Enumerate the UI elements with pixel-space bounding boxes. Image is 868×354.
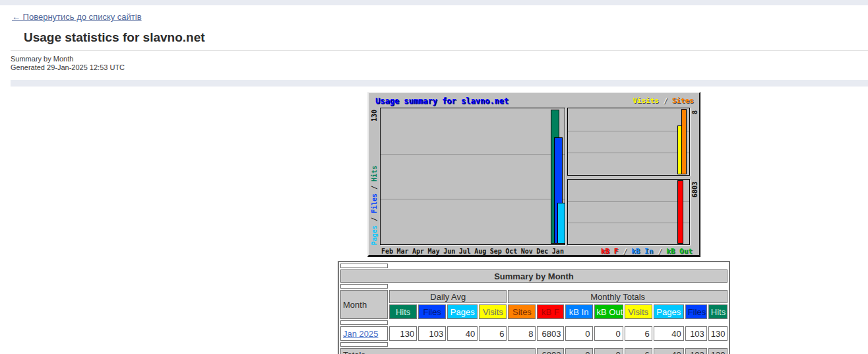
month-detail-link[interactable]: Jan 2025 xyxy=(343,329,379,339)
label-separator: / xyxy=(371,213,378,225)
legend-item-sites: Sites xyxy=(672,96,694,105)
month-label: Dec xyxy=(536,248,548,255)
column-header-kb-f: kB F xyxy=(537,304,563,319)
totals-cell: 130 xyxy=(708,348,728,354)
report-content: Usage summary for slavno.net Visits / Si… xyxy=(200,87,868,354)
table-row-jan-2025: Jan 20251301034068680300640103130 xyxy=(340,326,728,341)
table-spacer-row xyxy=(340,320,728,325)
data-cell: 0 xyxy=(565,326,593,341)
gridline xyxy=(568,201,689,202)
chart-panel-hits-files-pages xyxy=(380,108,565,245)
column-header-visits: Visits xyxy=(625,304,652,319)
back-link-row: ← Повернутись до списку сайтів xyxy=(12,12,868,22)
totals-cell: 0 xyxy=(594,348,623,354)
top-page-band xyxy=(0,0,868,5)
totals-cell: 0 xyxy=(565,348,593,354)
gridline xyxy=(568,223,689,223)
totals-cell: 6803 xyxy=(537,348,563,354)
table-spacer-row xyxy=(340,342,728,347)
y-axis-label-files: Files xyxy=(371,194,378,213)
table-column-header-row: HitsFilesPagesVisitsSiteskB FkB InkB Out… xyxy=(340,304,728,319)
chart-legend-visits-sites: Visits / Sites xyxy=(633,96,694,105)
totals-cell: 6 xyxy=(625,348,652,354)
bar-kb-f-jan xyxy=(677,180,683,244)
month-label: Jun xyxy=(443,248,455,255)
label-separator: / xyxy=(371,182,378,194)
page-title: Usage statistics for slavno.net xyxy=(24,30,868,45)
month-label: Apr xyxy=(412,248,424,255)
bar-sites-jan xyxy=(681,109,687,174)
y-axis-max-hits: 130 xyxy=(371,110,378,122)
gridline xyxy=(568,153,689,153)
gridline xyxy=(381,199,565,199)
month-cell: Jan 2025 xyxy=(340,326,388,341)
legend-item-visits: Visits xyxy=(633,96,659,105)
column-header-hits: Hits xyxy=(708,304,728,319)
column-header-sites: Sites xyxy=(508,304,536,319)
totals-cell: 103 xyxy=(685,348,707,354)
table-title-row: Summary by Month xyxy=(340,269,728,283)
legend-item-kb-in: kB In xyxy=(631,247,653,256)
y-axis-max-kbytes: 6803 xyxy=(691,182,698,197)
data-cell: 6803 xyxy=(537,326,563,341)
spacer-cell xyxy=(340,264,388,268)
usage-summary-chart: Usage summary for slavno.net Visits / Si… xyxy=(367,92,700,257)
table-spacer-row xyxy=(340,284,728,289)
totals-cell: 40 xyxy=(654,348,684,354)
month-label: Feb xyxy=(381,248,393,255)
data-cell: 8 xyxy=(508,326,536,341)
legend-item-kb-out: kB Out xyxy=(666,247,693,256)
column-header-pages: Pages xyxy=(654,304,684,319)
month-label: May xyxy=(428,248,440,255)
bar-pages-jan xyxy=(557,203,565,244)
bar-visits-jan xyxy=(677,125,682,174)
chart-panel-kbytes xyxy=(567,179,690,245)
data-cell: 40 xyxy=(654,326,684,341)
gridline xyxy=(381,154,565,155)
month-column-header: Month xyxy=(340,290,388,319)
x-axis-month-labels: FebMarAprMayJunJulAugSepOctNovDecJan xyxy=(380,248,565,255)
column-header-kb-out: kB Out xyxy=(594,304,623,319)
month-label: Oct xyxy=(505,248,517,255)
data-cell: 103 xyxy=(685,326,707,341)
data-cell: 6 xyxy=(479,326,507,341)
monthly-totals-group-header: Monthly Totals xyxy=(508,290,728,303)
section-divider-band xyxy=(11,80,868,87)
spacer-cell xyxy=(340,342,388,347)
summary-by-month-table: Summary by Month Month Daily Avg Monthly… xyxy=(338,261,730,354)
month-label: Jan xyxy=(552,248,564,255)
chart-title: Usage summary for slavno.net xyxy=(375,96,509,106)
data-cell: 103 xyxy=(418,326,446,341)
generated-timestamp: Generated 29-Jan-2025 12:53 UTC xyxy=(11,63,868,72)
column-header-visits: Visits xyxy=(479,304,507,319)
y-axis-label-pages-files-hits: Pages / Files / Hits xyxy=(371,166,378,245)
column-header-files: Files xyxy=(685,304,707,319)
column-header-hits: Hits xyxy=(389,304,417,319)
chart-panel-visits-sites xyxy=(567,108,690,176)
month-label: Mar xyxy=(397,248,409,255)
legend-separator: / xyxy=(618,247,631,256)
spacer-cell xyxy=(340,284,388,289)
legend-item-kb-f: kB F xyxy=(601,247,619,256)
month-label: Aug xyxy=(474,248,486,255)
data-cell: 0 xyxy=(594,326,623,341)
summary-by-month-label: Summary by Month xyxy=(11,55,868,63)
back-to-site-list-link[interactable]: ← Повернутись до списку сайтів xyxy=(12,12,142,22)
chart-legend-kbytes: kB F / kB In / kB Out xyxy=(601,247,693,256)
legend-separator: / xyxy=(653,247,666,256)
column-header-pages: Pages xyxy=(447,304,478,319)
table-spacer-row xyxy=(340,264,728,268)
legend-separator: / xyxy=(659,96,672,105)
data-cell: 130 xyxy=(708,326,728,341)
gridline xyxy=(568,131,689,131)
y-axis-label-pages: Pages xyxy=(371,225,378,245)
month-label: Nov xyxy=(521,248,533,255)
month-label: Jul xyxy=(459,248,471,255)
table-totals-row: Totals 680300640103130 xyxy=(340,348,728,354)
y-axis-label-hits: Hits xyxy=(371,166,378,182)
daily-avg-group-header: Daily Avg xyxy=(389,290,507,303)
data-cell: 6 xyxy=(625,326,652,341)
table-group-header-row: Month Daily Avg Monthly Totals xyxy=(340,290,728,303)
column-header-files: Files xyxy=(418,304,446,319)
data-cell: 130 xyxy=(389,326,417,341)
